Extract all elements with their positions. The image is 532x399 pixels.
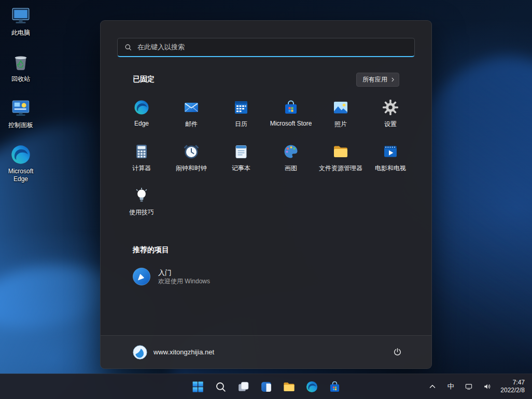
paint-icon xyxy=(283,143,299,160)
network-icon xyxy=(465,382,473,391)
recycle-bin-icon xyxy=(10,51,32,73)
clock-date: 2022/2/8 xyxy=(500,387,525,394)
power-icon xyxy=(393,347,402,357)
app-tile-photos[interactable]: 照片 xyxy=(316,94,366,139)
volume-icon xyxy=(483,382,491,391)
all-apps-button[interactable]: 所有应用 xyxy=(356,73,399,87)
desktop-icon-edge[interactable]: Microsoft Edge xyxy=(1,143,40,184)
store-button[interactable] xyxy=(324,376,345,397)
desktop-icon-label: 此电脑 xyxy=(11,29,30,37)
start-menu: 在此键入以搜索 已固定 所有应用 Edge 邮件 日历 Microsoft St… xyxy=(100,20,432,369)
desktop-icon-control-panel[interactable]: 控制面板 xyxy=(1,97,40,130)
photos-icon xyxy=(332,99,349,116)
start-icon xyxy=(191,380,204,393)
calculator-icon xyxy=(133,143,150,160)
file-explorer-icon xyxy=(283,380,296,393)
movies-tv-icon xyxy=(382,143,399,160)
power-button[interactable] xyxy=(387,342,408,363)
app-label: 日历 xyxy=(235,120,247,129)
app-label: 计算器 xyxy=(132,164,151,173)
pinned-app-grid: Edge 邮件 日历 Microsoft Store 照片 设置 计算器 闹钟 xyxy=(117,94,431,227)
desktop-icon-label: Microsoft Edge xyxy=(1,168,40,183)
app-label: 照片 xyxy=(334,120,347,129)
app-tile-movies-tv[interactable]: 电影和电视 xyxy=(366,139,415,183)
desktop-icon-recycle-bin[interactable]: 回收站 xyxy=(1,50,40,84)
user-name: www.xitongzhijia.net xyxy=(153,348,214,356)
all-apps-label: 所有应用 xyxy=(362,75,387,84)
app-label: 文件资源管理器 xyxy=(319,164,362,173)
app-label: Edge xyxy=(134,120,149,127)
widgets-button[interactable] xyxy=(256,376,276,397)
app-label: 邮件 xyxy=(185,120,198,129)
app-tile-alarms-clock[interactable]: 闹钟和时钟 xyxy=(166,139,216,183)
app-label: 记事本 xyxy=(232,164,250,173)
control-panel-icon xyxy=(10,98,32,119)
app-tile-store[interactable]: Microsoft Store xyxy=(266,94,316,139)
app-label: 闹钟和时钟 xyxy=(176,164,207,173)
app-tile-calculator[interactable]: 计算器 xyxy=(117,139,166,183)
pinned-header: 已固定 xyxy=(133,75,155,84)
edge-icon xyxy=(10,144,32,166)
desktop-icon-label: 回收站 xyxy=(11,75,30,83)
network-button[interactable] xyxy=(460,377,478,396)
start-menu-footer: www.xitongzhijia.net xyxy=(101,335,431,368)
start-button[interactable] xyxy=(187,376,208,397)
volume-button[interactable] xyxy=(478,377,496,396)
calendar-icon xyxy=(233,99,249,116)
taskbar: 中 7:47 2022/2/8 xyxy=(0,374,532,399)
get-started-icon xyxy=(132,267,151,286)
clock[interactable]: 7:47 2022/2/8 xyxy=(496,377,529,396)
recommended-item-get-started[interactable]: 入门 欢迎使用 Windows xyxy=(127,263,292,290)
app-tile-edge[interactable]: Edge xyxy=(117,94,166,139)
ime-indicator[interactable]: 中 xyxy=(442,377,459,396)
notepad-icon xyxy=(233,143,249,160)
search-wrap: 在此键入以搜索 xyxy=(101,21,431,57)
clock-time: 7:47 xyxy=(513,379,525,387)
store-icon xyxy=(283,99,299,116)
search-icon xyxy=(214,380,227,393)
app-label: 设置 xyxy=(384,120,397,129)
app-tile-notepad[interactable]: 记事本 xyxy=(216,139,266,183)
settings-icon xyxy=(382,99,399,116)
file-explorer-icon xyxy=(332,143,349,160)
search-icon xyxy=(124,43,132,51)
tray-overflow-button[interactable] xyxy=(424,377,441,396)
app-tile-file-explorer[interactable]: 文件资源管理器 xyxy=(316,139,366,183)
edge-icon xyxy=(305,380,318,393)
chevron-up-icon xyxy=(428,382,437,391)
clock-icon xyxy=(183,143,200,160)
recommended-title: 入门 xyxy=(158,268,210,277)
taskbar-center-group xyxy=(187,374,345,399)
app-label: Microsoft Store xyxy=(270,120,312,127)
file-explorer-button[interactable] xyxy=(278,376,299,397)
app-label: 画图 xyxy=(285,164,297,173)
edge-button[interactable] xyxy=(301,376,322,397)
this-pc-icon xyxy=(10,5,32,27)
search-input[interactable]: 在此键入以搜索 xyxy=(117,38,415,57)
search-placeholder: 在此键入以搜索 xyxy=(137,43,185,52)
app-label: 电影和电视 xyxy=(375,164,406,173)
widgets-icon xyxy=(260,380,273,393)
store-icon xyxy=(328,380,341,393)
mail-icon xyxy=(183,99,200,116)
desktop-icon-label: 控制面板 xyxy=(8,121,33,129)
desktop-icon-this-pc[interactable]: 此电脑 xyxy=(1,4,40,38)
system-tray: 中 7:47 2022/2/8 xyxy=(424,374,529,399)
app-label: 使用技巧 xyxy=(129,208,154,217)
app-tile-mail[interactable]: 邮件 xyxy=(166,94,216,139)
task-view-button[interactable] xyxy=(233,376,254,397)
app-tile-paint[interactable]: 画图 xyxy=(266,139,316,183)
recommended-list: 入门 欢迎使用 Windows xyxy=(127,263,431,290)
chevron-right-icon xyxy=(390,77,396,82)
user-account-button[interactable]: www.xitongzhijia.net xyxy=(128,342,219,363)
recommended-header: 推荐的项目 xyxy=(133,245,399,255)
user-avatar xyxy=(133,345,147,360)
tips-icon xyxy=(133,187,150,204)
recommended-subtitle: 欢迎使用 Windows xyxy=(158,277,210,285)
app-tile-calendar[interactable]: 日历 xyxy=(216,94,266,139)
app-tile-settings[interactable]: 设置 xyxy=(366,94,415,139)
taskbar-search-button[interactable] xyxy=(210,376,231,397)
app-tile-tips[interactable]: 使用技巧 xyxy=(117,183,166,227)
task-view-icon xyxy=(237,380,250,393)
desktop-icon-list: 此电脑 回收站 控制面板 Microsoft Edge xyxy=(1,4,40,184)
